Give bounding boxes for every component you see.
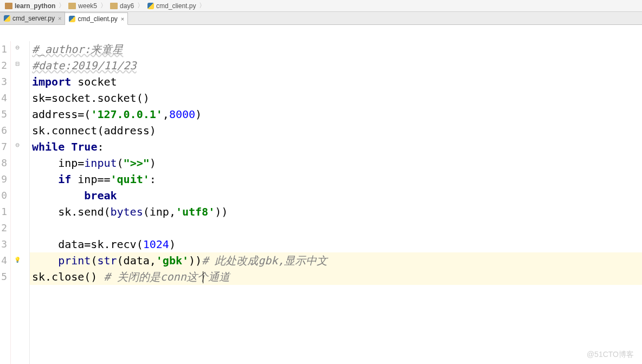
tab-cmd-client[interactable]: cmd_client.py ×	[65, 12, 128, 25]
code-line[interactable]: #_author:来童星	[30, 41, 642, 57]
text-cursor	[203, 271, 203, 283]
code-editor[interactable]: 1 2 3 4 5 6 7 8 9 0 1 2 3 4 5 ⊖ ⊟ ⊖ 💡 #_…	[0, 41, 642, 364]
code-line[interactable]: sk.send(bytes(inp,'utf8'))	[30, 204, 642, 220]
watermark: @51CTO博客	[587, 350, 634, 360]
line-number: 5	[0, 106, 7, 122]
line-number: 5	[0, 269, 7, 285]
chevron-right-icon: 〉	[100, 1, 107, 10]
fold-icon[interactable]: ⊟	[14, 61, 21, 67]
code-line[interactable]: sk.close() # 关闭的是conn这个通道	[30, 269, 642, 285]
code-line[interactable]: inp=input(">>")	[30, 155, 642, 171]
code-line[interactable]: import socket	[30, 74, 642, 90]
breadcrumb: learn_python 〉 week5 〉 day6 〉 cmd_client…	[0, 0, 642, 12]
close-icon[interactable]: ×	[58, 15, 61, 22]
bulb-icon[interactable]: 💡	[14, 257, 21, 263]
line-number: 9	[0, 171, 7, 187]
breadcrumb-item-file[interactable]: cmd_client.py	[145, 2, 198, 10]
line-number: 1	[0, 41, 7, 57]
line-number: 3	[0, 236, 7, 252]
chevron-right-icon: 〉	[59, 1, 65, 10]
code-line[interactable]: while True:	[30, 139, 642, 155]
line-number: 8	[0, 155, 7, 171]
tab-cmd-server[interactable]: cmd_server.py ×	[0, 12, 65, 24]
code-line[interactable]: data=sk.recv(1024)	[30, 236, 642, 252]
code-line[interactable]: if inp=='quit':	[30, 171, 642, 187]
code-line[interactable]: sk=socket.socket()	[30, 90, 642, 106]
code-line[interactable]: print(str(data,'gbk'))# 此处改成gbk,显示中文	[30, 252, 642, 269]
folder-icon	[68, 3, 76, 9]
line-number: 2	[0, 220, 7, 236]
chevron-right-icon: 〉	[199, 1, 206, 10]
folder-icon	[5, 3, 12, 9]
python-file-icon	[3, 15, 11, 22]
fold-icon[interactable]: ⊖	[14, 142, 21, 148]
fold-icon[interactable]: ⊖	[14, 44, 21, 50]
code-content[interactable]: #_author:来童星 #date:2019/11/23 import soc…	[30, 41, 642, 364]
line-number: 6	[0, 122, 7, 139]
code-line[interactable]: #date:2019/11/23	[30, 57, 642, 74]
fold-gutter: ⊖ ⊟ ⊖ 💡	[11, 41, 30, 364]
line-number: 4	[0, 252, 7, 269]
editor-tabs: cmd_server.py × cmd_client.py ×	[0, 12, 642, 25]
line-number-gutter: 1 2 3 4 5 6 7 8 9 0 1 2 3 4 5	[0, 41, 11, 364]
line-number: 3	[0, 74, 7, 90]
line-number: 2	[0, 57, 7, 74]
line-number: 1	[0, 204, 7, 220]
python-file-icon	[147, 2, 155, 10]
line-number: 7	[0, 139, 7, 155]
code-line[interactable]: sk.connect(address)	[30, 122, 642, 139]
close-icon[interactable]: ×	[121, 16, 124, 22]
line-number: 0	[0, 187, 7, 204]
breadcrumb-item-project[interactable]: learn_python	[3, 2, 57, 10]
code-line[interactable]: address=('127.0.0.1',8000)	[30, 106, 642, 122]
code-line[interactable]	[30, 220, 642, 236]
code-line[interactable]: break	[30, 187, 642, 204]
folder-icon	[110, 3, 118, 9]
python-file-icon	[68, 15, 76, 23]
line-number: 4	[0, 90, 7, 106]
indent-guide	[29, 41, 30, 364]
breadcrumb-item-week[interactable]: week5	[66, 2, 99, 10]
chevron-right-icon: 〉	[137, 1, 144, 10]
breadcrumb-item-day[interactable]: day6	[108, 2, 136, 10]
